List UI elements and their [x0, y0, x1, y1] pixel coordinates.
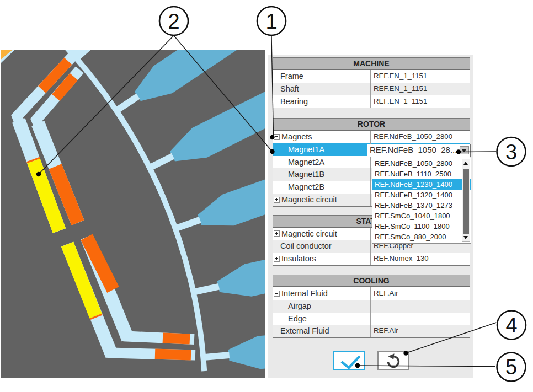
section-title: COOLING [273, 275, 470, 287]
apply-button[interactable] [333, 351, 365, 370]
collapse-icon[interactable] [274, 291, 280, 297]
row-label-cell: Magnet1A [273, 143, 371, 156]
row-label: Magnet1B [288, 168, 324, 181]
row-label: Coil conductor [280, 240, 332, 253]
row-value[interactable]: REF.EN_1_1151 [371, 83, 470, 95]
row-label: Magnet2A [288, 156, 324, 169]
table-row[interactable]: Edge [273, 313, 470, 325]
materials-panel: MACHINEFrameREF.EN_1_1151ShaftREF.EN_1_1… [268, 55, 473, 378]
row-label-cell: Magnetic circuit [273, 228, 371, 240]
row-label-cell: Bearing [273, 95, 371, 108]
scroll-down-icon[interactable] [462, 233, 470, 241]
table-row[interactable]: InsulatorsREF.Nomex_130 [273, 253, 470, 265]
row-label-cell: Magnets [273, 131, 371, 143]
row-label: Magnet2B [288, 181, 324, 194]
row-label-cell: External Fluid [273, 325, 371, 337]
stator-coil [92, 0, 281, 46]
row-value[interactable]: REF.EN_1_1151 [371, 95, 470, 108]
dropdown-arrow-button[interactable] [460, 146, 469, 155]
reset-button[interactable] [377, 351, 409, 370]
dropdown-item[interactable]: REF.SmCo_880_2000 [372, 232, 471, 242]
section-machine: MACHINEFrameREF.EN_1_1151ShaftREF.EN_1_1… [273, 57, 470, 108]
magnet-orange-sliver[interactable] [96, 316, 97, 318]
row-value[interactable]: REF.NdFeB_1050_2800 [371, 131, 470, 143]
dropdown-item[interactable]: REF.NdFeB_1050_2800 [372, 158, 471, 169]
scrollbar-thumb[interactable] [463, 169, 469, 234]
row-label-cell: Insulators [273, 253, 371, 265]
section-title: ROTOR [273, 119, 470, 131]
row-label: Bearing [280, 95, 308, 108]
row-label: External Fluid [280, 325, 329, 337]
row-value[interactable]: REF.Air [371, 325, 470, 337]
row-label-cell: Magnet2A [273, 156, 371, 169]
table-row[interactable]: Internal FluidREF.Air [273, 287, 470, 300]
dropdown-item[interactable]: REF.SmCo_1040_1800 [372, 211, 471, 221]
row-label: Magnet1A [288, 143, 324, 156]
table-row[interactable]: BearingREF.EN_1_1151 [273, 95, 470, 108]
dropdown-item[interactable]: REF.NdFeB_1370_1273 [372, 200, 471, 211]
section-cooling: COOLINGInternal FluidREF.AirAirgapEdgeEx… [273, 275, 470, 338]
magnet-orange[interactable] [155, 354, 191, 355]
dropdown-item[interactable]: REF.NdFeB_1320_1400 [372, 190, 471, 200]
row-label-cell: Magnetic circuit [273, 194, 371, 206]
material-edit-value: REF.NdFeB_1050_28... [370, 145, 457, 154]
row-value[interactable]: REF.EN_1_1151 [371, 70, 470, 83]
expand-icon[interactable] [274, 256, 280, 262]
row-value[interactable] [371, 300, 470, 313]
row-label-cell: Coil conductor [273, 240, 371, 253]
dropdown-items: REF.NdFeB_1050_2800REF.NdFeB_1110_2500RE… [372, 158, 471, 243]
table-row[interactable]: FrameREF.EN_1_1151 [273, 70, 470, 83]
row-label: Magnets [281, 131, 312, 143]
row-label: Shaft [280, 83, 299, 95]
dropdown-scrollbar[interactable] [462, 159, 470, 242]
undo-icon [379, 352, 408, 369]
magnet-orange[interactable] [163, 338, 190, 339]
table-row[interactable]: Airgap [273, 300, 470, 313]
table-row[interactable]: ShaftREF.EN_1_1151 [273, 83, 470, 95]
dropdown-item[interactable]: REF.NdFeB_1230_1400 [372, 179, 471, 190]
dropdown-item[interactable]: REF.NdFeB_1110_2500 [372, 169, 471, 179]
row-label: Magnetic circuit [281, 194, 337, 206]
row-label: Edge [288, 313, 307, 325]
dropdown-item[interactable]: REF.SmCo_1100_1800 [372, 221, 471, 232]
row-value[interactable]: REF.Air [371, 287, 470, 300]
row-label: Internal Fluid [281, 287, 328, 300]
row-label-cell: Magnet2B [273, 181, 371, 194]
row-value[interactable]: REF.Nomex_130 [371, 253, 470, 265]
collapse-icon[interactable] [274, 134, 280, 140]
row-value[interactable] [371, 313, 470, 325]
scroll-up-icon[interactable] [462, 159, 470, 168]
expand-icon[interactable] [274, 197, 280, 203]
material-edit-cell[interactable]: REF.NdFeB_1050_28... [367, 144, 471, 157]
check-icon [334, 352, 364, 369]
row-label-cell: Airgap [273, 300, 371, 313]
row-label-cell: Magnet1B [273, 168, 371, 181]
row-label: Airgap [288, 300, 311, 313]
expand-icon[interactable] [274, 230, 280, 237]
row-label-cell: Shaft [273, 83, 371, 95]
row-label: Insulators [281, 253, 316, 265]
row-label-cell: Frame [273, 70, 371, 83]
row-label: Magnetic circuit [281, 228, 337, 240]
row-label-cell: Edge [273, 313, 371, 325]
table-row[interactable]: External FluidREF.Air [273, 325, 470, 337]
row-label: Frame [280, 70, 303, 83]
material-dropdown-list: REF.NdFeB_1050_2800REF.NdFeB_1110_2500RE… [372, 158, 471, 244]
section-title: MACHINE [273, 58, 470, 70]
magnet-orange-sliver[interactable] [33, 159, 34, 161]
row-label-cell: Internal Fluid [273, 287, 371, 300]
table-row[interactable]: MagnetsREF.NdFeB_1050_2800 [273, 131, 470, 143]
